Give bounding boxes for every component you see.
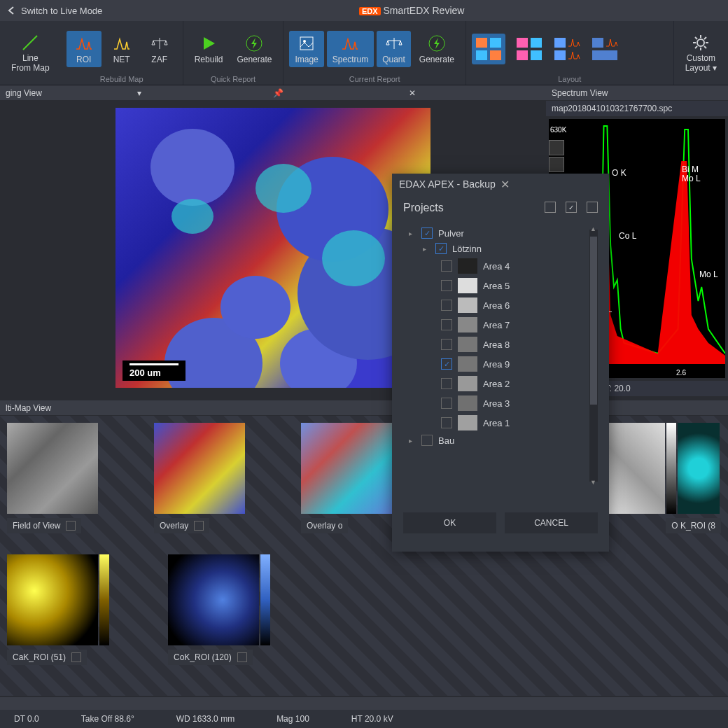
tree-item-area[interactable]: Area 8 — [441, 335, 598, 354]
svg-rect-10 — [531, 38, 542, 48]
tree-check[interactable]: ✓ — [441, 358, 452, 370]
peak-mol2: Mo L — [699, 270, 718, 279]
tree-check[interactable] — [441, 378, 452, 389]
checkall-icon[interactable]: ✓ — [566, 202, 577, 213]
quant-button[interactable]: Quant — [377, 31, 411, 67]
area-thumbnail — [458, 396, 477, 411]
layout-preset-2[interactable] — [515, 36, 543, 62]
line-icon — [20, 33, 40, 52]
scale-icon — [150, 34, 169, 53]
svg-rect-6 — [490, 38, 501, 48]
tree-check[interactable] — [441, 260, 452, 272]
area-thumbnail — [458, 278, 477, 293]
status-wd: WD 1633.0 mm — [176, 714, 234, 724]
switch-live-mode-button[interactable]: Switch to Live Mode — [7, 6, 102, 16]
svg-rect-2 — [300, 37, 313, 50]
multimap-view-title: lti-Map View — [6, 403, 722, 413]
svg-rect-16 — [592, 50, 617, 60]
thumb-okroi[interactable]: O K_ROI (8 — [595, 423, 721, 533]
area-thumbnail — [458, 376, 477, 391]
generate-current-button[interactable]: Generate — [414, 31, 460, 67]
zaf-button[interactable]: ZAF — [142, 31, 177, 67]
peak-col: Co L — [619, 231, 636, 241]
svg-rect-15 — [592, 38, 603, 48]
dialog-section-title: Projects — [403, 202, 444, 214]
tree-item-bau[interactable]: ▸ Bau — [409, 433, 598, 448]
tree-check[interactable] — [421, 435, 433, 446]
tree-check[interactable] — [441, 398, 452, 409]
panel-close-icon[interactable]: ✕ — [409, 88, 540, 98]
layout-preset-4[interactable] — [591, 36, 619, 62]
close-icon[interactable]: ✕ — [500, 178, 602, 191]
expand-icon[interactable]: ▸ — [423, 245, 430, 253]
roi-icon — [74, 34, 94, 53]
scale-bar: 200 um — [122, 360, 186, 381]
status-dt: DT 0.0 — [14, 714, 39, 724]
thumb-overlay[interactable]: Overlay — [154, 423, 259, 533]
thumb-cokroi[interactable]: CoK_ROI (120) — [168, 554, 287, 665]
map-image-display[interactable]: 200 um — [115, 108, 430, 388]
cancel-button[interactable]: CANCEL — [505, 512, 598, 533]
layout-preset-3[interactable] — [553, 36, 581, 62]
tree-item-area[interactable]: Area 7 — [441, 315, 598, 335]
svg-point-17 — [697, 39, 704, 46]
group-quick-label: Quick Report — [189, 74, 278, 83]
area-thumbnail — [458, 298, 477, 313]
group-layout-label: Layout — [472, 74, 668, 83]
thumb-cakroi[interactable]: CaK_ROI (51) — [7, 554, 126, 665]
panel-dropdown-icon[interactable]: ▾ — [137, 88, 269, 98]
live-mode-label: Switch to Live Mode — [21, 6, 102, 16]
tree-item-area[interactable]: ✓Area 9 — [441, 354, 598, 374]
custom-layout-button[interactable]: CustomLayout ▾ — [680, 30, 722, 75]
ok-button[interactable]: OK — [403, 512, 496, 533]
expand-icon[interactable]: ▸ — [409, 230, 416, 237]
uncheckall-icon[interactable] — [587, 202, 598, 213]
tree-check[interactable] — [441, 300, 452, 311]
peak-mol: Mo L — [682, 174, 701, 183]
net-button[interactable]: NET — [104, 31, 139, 67]
tree-item-lotzinn[interactable]: ▸ ✓ Lötzinn — [423, 241, 598, 256]
gear-icon — [691, 33, 710, 52]
thumb-overlay-check[interactable] — [194, 521, 204, 531]
tree-item-area[interactable]: Area 2 — [441, 374, 598, 393]
layout-preset-1[interactable] — [472, 34, 505, 64]
spectrum-tool-2[interactable] — [549, 157, 564, 172]
line-from-map-button[interactable]: LineFrom Map — [6, 30, 55, 75]
svg-rect-11 — [517, 50, 528, 60]
spectrum-tool-1[interactable] — [549, 140, 564, 155]
area-thumbnail — [458, 317, 477, 332]
copy-icon[interactable] — [545, 202, 556, 213]
thumb-fov-check[interactable] — [66, 521, 76, 531]
expand-icon[interactable]: ▸ — [409, 437, 416, 444]
thumb-cak-check[interactable] — [71, 652, 81, 662]
svg-rect-9 — [517, 38, 528, 48]
tree-scrollbar[interactable] — [589, 230, 598, 482]
tree-item-area[interactable]: Area 1 — [441, 413, 598, 433]
tree-item-area[interactable]: Area 5 — [441, 276, 598, 295]
thumb-cok-check[interactable] — [237, 652, 247, 662]
thumb-overlay-o[interactable]: Overlay o — [301, 423, 406, 533]
tree-item-area[interactable]: Area 3 — [441, 393, 598, 413]
image-button[interactable]: Image — [289, 31, 323, 67]
panel-pin-icon[interactable]: 📌 — [273, 88, 405, 98]
tree-item-area[interactable]: Area 6 — [441, 295, 598, 315]
backup-dialog: EDAX APEX - Backup ✕ Projects ✓ ▸ ✓ Pulv… — [392, 174, 609, 552]
tree-check[interactable]: ✓ — [421, 227, 433, 239]
tree-check[interactable] — [441, 339, 452, 350]
tree-check[interactable] — [441, 280, 452, 291]
thumb-fov[interactable]: Field of View — [7, 423, 112, 533]
tree-check[interactable]: ✓ — [435, 243, 447, 254]
tree-check[interactable] — [441, 417, 452, 428]
image-icon — [297, 34, 316, 53]
spectrum-button[interactable]: Spectrum — [327, 31, 374, 67]
roi-button[interactable]: ROI — [66, 31, 102, 67]
spectrum-filename: map2018041010321767700.spc — [546, 101, 728, 116]
rebuild-button[interactable]: Rebuild — [189, 31, 229, 67]
tree-item-area[interactable]: Area 4 — [441, 256, 598, 276]
spectrum-view-title: Spectrum View — [552, 88, 722, 98]
app-title: EDX SmartEDX Review — [102, 5, 721, 16]
tree-check[interactable] — [441, 319, 452, 330]
generate-quick-button[interactable]: Generate — [231, 31, 277, 67]
group-rebuild-label: Rebuild Map — [66, 74, 177, 83]
tree-item-pulver[interactable]: ▸ ✓ Pulver — [409, 225, 598, 241]
